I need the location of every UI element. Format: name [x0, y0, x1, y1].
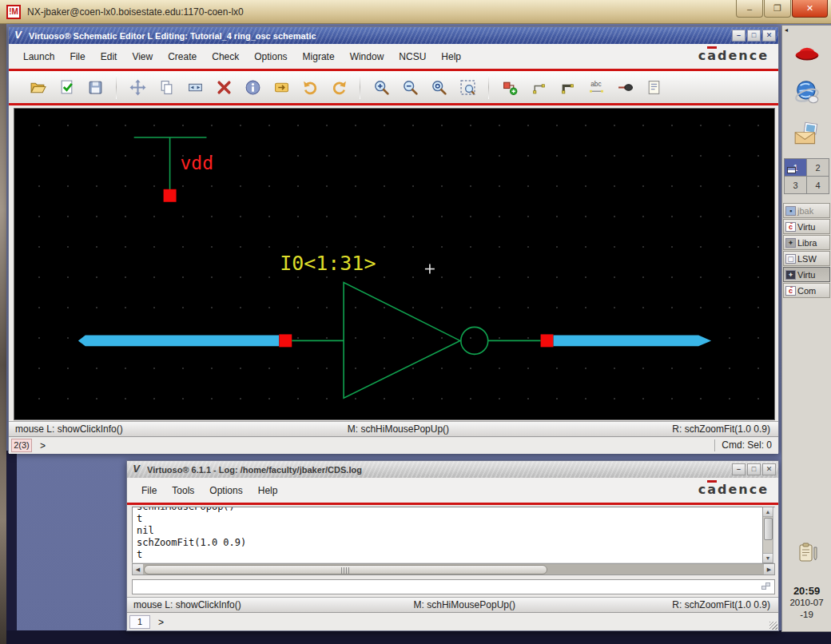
- properties-icon[interactable]: [241, 76, 264, 98]
- log-menu-file[interactable]: File: [141, 485, 157, 496]
- property-editor-icon[interactable]: [270, 76, 292, 98]
- command-history-button[interactable]: 2(3): [11, 439, 32, 452]
- scroll-down-arrow[interactable]: ▼: [763, 553, 773, 563]
- open-icon[interactable]: [26, 76, 49, 98]
- menu-file[interactable]: File: [70, 51, 85, 62]
- log-input-field[interactable]: [132, 579, 775, 594]
- log-vertical-scrollbar[interactable]: ▲ ▼: [762, 507, 773, 563]
- vdd-label[interactable]: vdd: [181, 153, 213, 173]
- log-menu-options[interactable]: Options: [209, 485, 242, 496]
- scroll-right-arrow[interactable]: ▶: [764, 564, 774, 574]
- log-line: t: [137, 513, 774, 525]
- output-pin[interactable]: [541, 334, 554, 347]
- email-client-icon[interactable]: [793, 120, 821, 149]
- copy-icon[interactable]: [155, 76, 177, 98]
- log-horizontal-scrollbar[interactable]: ◀ ▶: [132, 563, 775, 575]
- command-prompt[interactable]: >: [40, 440, 46, 451]
- menu-help[interactable]: Help: [441, 51, 461, 62]
- menu-create[interactable]: Create: [168, 51, 197, 62]
- create-wire-icon[interactable]: [527, 76, 550, 98]
- menu-ncsu[interactable]: NCSU: [399, 51, 426, 62]
- redo-icon[interactable]: [328, 76, 350, 98]
- scroll-up-arrow[interactable]: ▲: [763, 507, 773, 517]
- delete-icon[interactable]: [213, 76, 235, 98]
- output-bus-wire[interactable]: [554, 335, 712, 346]
- clock-time: 20:59: [782, 585, 831, 597]
- menu-view[interactable]: View: [132, 51, 153, 62]
- menu-options[interactable]: Options: [254, 51, 287, 62]
- workspace-1[interactable]: 1: [785, 159, 806, 176]
- workspace-2[interactable]: 2: [807, 159, 829, 176]
- create-note-icon[interactable]: [642, 76, 665, 98]
- task-button-jbaker-terminal[interactable]: ▪jbak: [783, 203, 830, 218]
- panel-hide-arrow[interactable]: ◂: [785, 26, 788, 34]
- log-history-button[interactable]: 1: [129, 615, 150, 629]
- instance-name-label[interactable]: I0<1:31>: [280, 252, 376, 275]
- task-button-command-interpreter[interactable]: c̄Com: [783, 283, 830, 298]
- move-icon[interactable]: [126, 76, 149, 98]
- task-button-lsw[interactable]: ▢LSW: [783, 251, 830, 266]
- task-button-virtuoso[interactable]: c̄Virtu: [783, 219, 830, 234]
- nx-maximize-button[interactable]: ❐: [764, 0, 791, 18]
- window-resize-grip[interactable]: [769, 622, 777, 630]
- zoom-to-fit-icon[interactable]: [456, 76, 479, 98]
- horizontal-scroll-thumb[interactable]: [144, 565, 547, 574]
- log-maximize-button[interactable]: □: [747, 463, 761, 475]
- zoom-in-icon[interactable]: [370, 76, 392, 98]
- input-pin[interactable]: [279, 334, 292, 347]
- virtuoso-v-icon: V: [12, 30, 24, 42]
- screen: !M NX-jbaker@coen-lx0.boisestate.edu:117…: [0, 0, 831, 644]
- workspace-3[interactable]: 3: [785, 177, 806, 193]
- main-minimize-button[interactable]: –: [732, 30, 746, 42]
- menu-check[interactable]: Check: [212, 51, 239, 62]
- menu-launch[interactable]: Launch: [23, 51, 54, 62]
- schematic-canvas[interactable]: vdd I0<1:31>: [14, 108, 775, 420]
- library-manager-icon: ✦: [785, 238, 796, 248]
- zoom-to-selected-icon[interactable]: [427, 76, 450, 98]
- create-wire-name-icon[interactable]: abc: [585, 76, 607, 98]
- log-menu-help[interactable]: Help: [258, 485, 278, 496]
- clock-date-line2: -19: [782, 609, 831, 621]
- save-icon[interactable]: [84, 76, 106, 98]
- log-menubar: File Tools Options Help cadence: [127, 478, 778, 503]
- scroll-left-arrow[interactable]: ◀: [133, 564, 143, 574]
- undo-icon[interactable]: [299, 76, 321, 98]
- menu-edit[interactable]: Edit: [101, 51, 117, 62]
- mouse-left-binding: mouse L: showClickInfo(): [133, 599, 241, 610]
- stretch-icon[interactable]: [184, 76, 206, 98]
- notes-applet-icon[interactable]: [795, 541, 819, 565]
- zoom-out-icon[interactable]: [399, 76, 421, 98]
- log-close-button[interactable]: ✕: [762, 463, 776, 475]
- origin-marker: [425, 264, 435, 274]
- inverter-symbol[interactable]: [344, 283, 488, 399]
- nx-close-button[interactable]: ✕: [792, 0, 828, 18]
- log-output-area[interactable]: schHiMousePopUp() t nil schZoomFit(1.0 0…: [132, 507, 775, 563]
- task-button-virtuoso-schematic[interactable]: ✦Virtu: [783, 267, 830, 282]
- create-instance-icon[interactable]: [499, 76, 521, 98]
- vertical-scroll-thumb[interactable]: [764, 518, 773, 540]
- menu-migrate[interactable]: Migrate: [303, 51, 335, 62]
- main-maximize-button[interactable]: □: [747, 30, 761, 42]
- nx-minimize-button[interactable]: –: [736, 0, 763, 18]
- linux-desktop[interactable]: V Virtuoso® Schematic Editor L Editing: …: [6, 24, 831, 644]
- log-command-prompt[interactable]: >: [158, 617, 164, 628]
- workspace-4[interactable]: 4: [807, 177, 829, 193]
- redhat-menu-icon[interactable]: [793, 38, 821, 67]
- web-browser-icon[interactable]: [793, 78, 821, 107]
- create-wide-wire-icon[interactable]: [556, 76, 579, 98]
- host-desktop-strip: [0, 24, 6, 644]
- input-bus-wire[interactable]: [78, 335, 279, 346]
- virtuoso-log-window: V Virtuoso® 6.1.1 - Log: /home/faculty/j…: [126, 460, 779, 631]
- log-minimize-button[interactable]: –: [732, 463, 746, 475]
- log-menu-tools[interactable]: Tools: [172, 485, 194, 496]
- window-task-list: ▪jbak c̄Virtu ✦Libra ▢LSW ✦Virtu c̄Com: [783, 203, 830, 299]
- create-pin-icon[interactable]: [614, 76, 636, 98]
- cadence-icon: c̄: [785, 286, 796, 296]
- expand-input-icon[interactable]: [761, 582, 772, 592]
- task-button-library-manager[interactable]: ✦Libra: [783, 235, 830, 250]
- check-and-save-icon[interactable]: [55, 76, 78, 98]
- vdd-pin[interactable]: [164, 189, 177, 202]
- menu-window[interactable]: Window: [350, 51, 384, 62]
- main-close-button[interactable]: ✕: [762, 30, 776, 42]
- log-line-clipped: schHiMousePopUp(): [137, 507, 774, 513]
